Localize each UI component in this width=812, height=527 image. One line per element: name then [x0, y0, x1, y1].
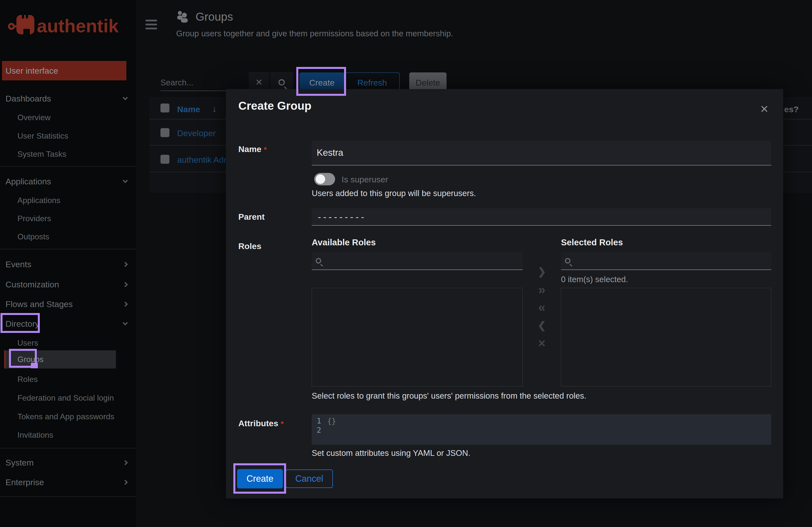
selected-count-text: 0 item(s) selected. [561, 275, 628, 284]
sidebar-section-flows-and-stages[interactable]: Flows and Stages [0, 295, 136, 314]
sidebar-item-overview[interactable]: Overview [0, 109, 136, 127]
parent-select[interactable]: --------- [312, 208, 771, 226]
sidebar-section-directory[interactable]: Directory [0, 314, 136, 333]
select-all-checkbox[interactable] [160, 103, 170, 113]
sidebar-divider [0, 166, 136, 167]
transfer-remove-button[interactable]: ✕ [533, 337, 551, 350]
selected-roles-listbox[interactable] [561, 288, 771, 386]
authentik-admin-screen: authentik User interface Dashboards Over… [0, 0, 812, 527]
sidebar-item-outposts[interactable]: Outposts [0, 228, 136, 246]
selected-roles-search[interactable] [561, 252, 771, 270]
is-superuser-label: Is superuser [342, 175, 388, 184]
toggle-knob [316, 174, 325, 184]
superuser-help-text: Users added to this group will be superu… [312, 189, 476, 198]
required-marker: * [264, 145, 267, 154]
modal-close-button[interactable]: ✕ [760, 103, 769, 115]
selected-roles-search-input[interactable] [575, 256, 719, 266]
roles-help-text: Select roles to grant this groups' users… [312, 391, 586, 401]
logo-wordmark: authentik [37, 16, 119, 36]
sidebar-item-applications[interactable]: Applications [0, 191, 136, 210]
sidebar-section-label: System [5, 458, 33, 468]
search-icon [278, 79, 285, 86]
sidebar-section-label: Customization [5, 280, 59, 289]
modal-create-button[interactable]: Create [237, 469, 283, 488]
group-link-developer[interactable]: Developer [177, 128, 216, 138]
transfer-all-left-button[interactable]: « [533, 301, 551, 314]
attributes-code-editor[interactable]: 1 2 {} [312, 414, 771, 445]
editor-line-numbers: 1 2 [316, 416, 321, 435]
create-group-modal: Create Group ✕ Name* Is superuser Users … [226, 89, 783, 498]
chevron-right-icon: ❯ [538, 266, 546, 277]
available-roles-listbox[interactable] [312, 288, 523, 386]
close-icon: ✕ [255, 77, 263, 88]
is-superuser-toggle[interactable] [314, 173, 335, 185]
search-icon [316, 258, 321, 264]
name-label: Name* [238, 144, 267, 154]
sidebar-item-groups[interactable]: Groups [4, 350, 116, 369]
chevron-right-icon [122, 460, 128, 465]
transfer-right-button[interactable]: ❯ [533, 265, 551, 278]
authentik-logo-icon: authentik [8, 12, 127, 39]
chevron-right-icon [122, 480, 128, 485]
attributes-help-text: Set custom attributes using YAML or JSON… [312, 448, 470, 458]
sidebar-divider [0, 448, 136, 448]
chevron-right-icon [122, 261, 128, 267]
chevron-right-icon [122, 282, 128, 287]
sidebar-divider [0, 496, 136, 497]
double-chevron-left-icon: « [538, 300, 546, 314]
chevron-down-icon [122, 320, 128, 325]
sidebar: authentik User interface Dashboards Over… [0, 0, 136, 527]
chevron-down-icon [122, 177, 128, 183]
sidebar-section-customization[interactable]: Customization [0, 275, 136, 294]
sidebar-section-label: Directory [5, 319, 39, 329]
authentik-logo: authentik [8, 12, 127, 40]
chevron-right-icon [122, 301, 128, 307]
editor-placeholder: {} [327, 417, 336, 426]
modal-cancel-button[interactable]: Cancel [286, 470, 333, 488]
sidebar-user-interface-button[interactable]: User interface [2, 61, 126, 80]
sidebar-item-federation-and-social-login[interactable]: Federation and Social login [0, 389, 136, 407]
required-marker: * [281, 419, 284, 428]
available-roles-search[interactable] [312, 252, 523, 270]
sidebar-item-users[interactable]: Users [0, 334, 136, 352]
sidebar-section-enterprise[interactable]: Enterprise [0, 473, 136, 492]
chevron-down-icon [122, 95, 128, 100]
sidebar-item-invitations[interactable]: Invitations [0, 426, 136, 444]
groups-icon [176, 11, 189, 23]
table-header-clipped: es? [784, 104, 799, 114]
row-checkbox[interactable] [160, 155, 170, 164]
hamburger-menu-icon[interactable] [146, 20, 157, 32]
chevron-left-icon: ❮ [538, 320, 546, 331]
group-name-field[interactable] [312, 141, 771, 166]
group-link-authentik-admins[interactable]: authentik Admi [177, 155, 233, 165]
sidebar-section-label: Applications [5, 177, 51, 186]
close-icon: ✕ [760, 103, 769, 115]
double-chevron-right-icon: » [538, 282, 546, 297]
available-roles-search-input[interactable] [325, 256, 470, 266]
sidebar-section-applications[interactable]: Applications [0, 172, 136, 191]
sort-descending-icon[interactable]: ↓ [212, 103, 217, 114]
attributes-label: Attributes* [238, 418, 284, 428]
sidebar-section-label: Flows and Stages [5, 299, 73, 309]
sidebar-section-dashboards[interactable]: Dashboards [0, 89, 136, 108]
sidebar-item-tokens-and-app-passwords[interactable]: Tokens and App passwords [0, 408, 136, 426]
parent-label: Parent [238, 212, 265, 222]
sidebar-item-system-tasks[interactable]: System Tasks [0, 145, 136, 163]
sidebar-item-providers[interactable]: Providers [0, 210, 136, 228]
sidebar-section-events[interactable]: Events [0, 255, 136, 274]
page-subtitle: Group users together and give them permi… [176, 29, 453, 38]
sidebar-section-label: Enterprise [5, 478, 44, 487]
sidebar-section-label: Dashboards [5, 94, 51, 103]
search-icon [565, 258, 570, 264]
sidebar-item-user-statistics[interactable]: User Statistics [0, 127, 136, 145]
sidebar-section-system[interactable]: System [0, 453, 136, 472]
table-header-name[interactable]: Name [177, 104, 200, 114]
available-roles-heading: Available Roles [312, 237, 376, 247]
sidebar-item-roles[interactable]: Roles [0, 370, 136, 388]
transfer-left-button[interactable]: ❮ [533, 319, 551, 331]
row-checkbox[interactable] [160, 128, 170, 137]
transfer-all-right-button[interactable]: » [533, 283, 551, 296]
page-title: Groups [195, 10, 233, 24]
sidebar-section-label: Events [5, 259, 31, 269]
search-input[interactable] [160, 75, 249, 91]
